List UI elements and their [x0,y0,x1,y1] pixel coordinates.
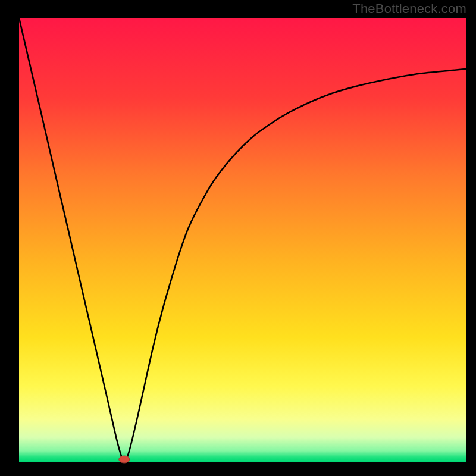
watermark-text: TheBottleneck.com [352,1,466,17]
chart-stage: TheBottleneck.com [0,0,476,476]
chart-svg [0,0,476,476]
minimum-marker [119,456,130,463]
gradient-background [19,18,466,462]
